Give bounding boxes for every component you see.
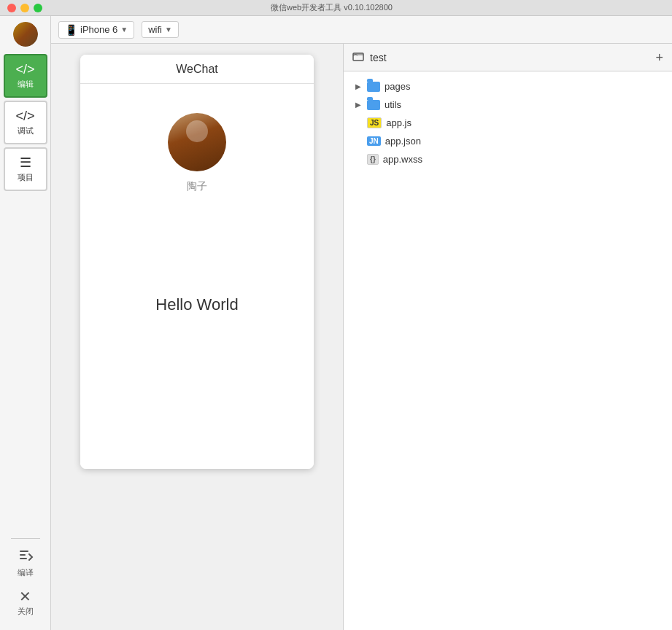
wifi-label: wifi bbox=[148, 24, 162, 35]
file-item-appjs[interactable]: JS app.js bbox=[344, 114, 672, 132]
sidebar-item-close[interactable]: ✕ 关闭 bbox=[4, 583, 47, 623]
sidebar-item-project[interactable]: ☰ 项目 bbox=[4, 147, 47, 191]
sidebar-item-edit[interactable]: </> 编辑 bbox=[4, 54, 47, 98]
phone-frame: WeChat 陶子 Hello World bbox=[80, 55, 314, 469]
device-icon: 📱 bbox=[65, 24, 77, 36]
device-name: iPhone 6 bbox=[80, 24, 117, 35]
app-layout: </> 编辑 </> 调试 ☰ 项目 bbox=[0, 16, 672, 630]
file-tree-title-area: test bbox=[352, 50, 387, 65]
sidebar-label-compile: 编译 bbox=[18, 567, 34, 578]
file-name-appjs: app.js bbox=[386, 117, 412, 128]
svg-rect-2 bbox=[20, 558, 27, 559]
file-item-pages[interactable]: ▶ pages bbox=[344, 77, 672, 96]
app-title: WeChat bbox=[176, 63, 218, 76]
sidebar-item-compile[interactable]: 编译 bbox=[4, 542, 47, 583]
file-name-utils: utils bbox=[385, 99, 401, 110]
window-controls bbox=[7, 4, 42, 12]
title-bar-title: 微信web开发者工具 v0.10.102800 bbox=[271, 2, 393, 13]
sidebar: </> 编辑 </> 调试 ☰ 项目 bbox=[0, 16, 51, 630]
close-button[interactable] bbox=[7, 4, 16, 12]
phone-status-bar: WeChat bbox=[80, 55, 314, 84]
sidebar-top: </> 编辑 </> 调试 ☰ 项目 bbox=[4, 16, 47, 192]
avatar[interactable] bbox=[13, 22, 38, 47]
file-tree-add-button[interactable]: + bbox=[655, 51, 663, 64]
file-name-appjson: app.json bbox=[385, 136, 421, 147]
sidebar-item-debug[interactable]: </> 调试 bbox=[4, 101, 47, 144]
user-name: 陶子 bbox=[187, 180, 207, 193]
project-icon: ☰ bbox=[20, 156, 31, 169]
content-area: WeChat 陶子 Hello World bbox=[51, 44, 672, 630]
main-section: 📱 iPhone 6 ▼ wifi ▼ WeChat 陶子 bbox=[51, 16, 672, 630]
title-bar: 微信web开发者工具 v0.10.102800 bbox=[0, 0, 672, 16]
folder-icon-pages bbox=[367, 82, 380, 92]
sidebar-label-debug: 调试 bbox=[18, 125, 34, 136]
file-tree-content: ▶ pages ▶ utils JS app.js bbox=[344, 71, 672, 630]
simulator-panel: WeChat 陶子 Hello World bbox=[51, 44, 343, 630]
file-tree-header: test + bbox=[344, 44, 672, 71]
file-item-appwxss[interactable]: {} app.wxss bbox=[344, 150, 672, 168]
file-item-appjson[interactable]: JN app.json bbox=[344, 132, 672, 150]
sidebar-label-edit: 编辑 bbox=[18, 79, 34, 90]
device-selector[interactable]: 📱 iPhone 6 ▼ bbox=[58, 21, 134, 39]
file-item-utils[interactable]: ▶ utils bbox=[344, 96, 672, 114]
folder-arrow-utils: ▶ bbox=[355, 101, 363, 109]
minimize-button[interactable] bbox=[20, 4, 29, 12]
svg-rect-0 bbox=[20, 551, 28, 552]
avatar-image bbox=[13, 22, 38, 47]
file-tree-panel: test + ▶ pages ▶ utils bbox=[343, 44, 672, 630]
sidebar-label-close: 关闭 bbox=[18, 606, 34, 617]
badge-appwxss: {} bbox=[367, 154, 379, 165]
debug-icon: </> bbox=[15, 109, 34, 122]
svg-rect-1 bbox=[20, 554, 26, 556]
maximize-button[interactable] bbox=[34, 4, 42, 12]
sidebar-label-project: 项目 bbox=[18, 172, 34, 183]
badge-appjson: JN bbox=[367, 136, 381, 146]
file-tree-title: test bbox=[370, 52, 387, 63]
folder-arrow-pages: ▶ bbox=[355, 82, 363, 90]
sidebar-divider bbox=[11, 538, 40, 539]
file-tree-icon bbox=[352, 50, 364, 65]
sidebar-bottom: 编译 ✕ 关闭 bbox=[4, 534, 47, 630]
hello-world-text: Hello World bbox=[155, 295, 238, 314]
wifi-dropdown-arrow: ▼ bbox=[165, 26, 172, 34]
user-avatar bbox=[168, 113, 226, 171]
device-dropdown-arrow: ▼ bbox=[120, 26, 128, 34]
phone-content: 陶子 Hello World bbox=[80, 84, 314, 469]
file-name-pages: pages bbox=[385, 81, 410, 92]
file-name-appwxss: app.wxss bbox=[383, 154, 422, 165]
wifi-selector[interactable]: wifi ▼ bbox=[142, 21, 179, 38]
top-bar: 📱 iPhone 6 ▼ wifi ▼ bbox=[51, 16, 672, 44]
compile-icon bbox=[18, 547, 34, 565]
folder-icon-utils bbox=[367, 100, 380, 110]
edit-icon: </> bbox=[15, 63, 34, 76]
badge-appjs: JS bbox=[367, 117, 382, 128]
close-x-icon: ✕ bbox=[19, 589, 31, 604]
